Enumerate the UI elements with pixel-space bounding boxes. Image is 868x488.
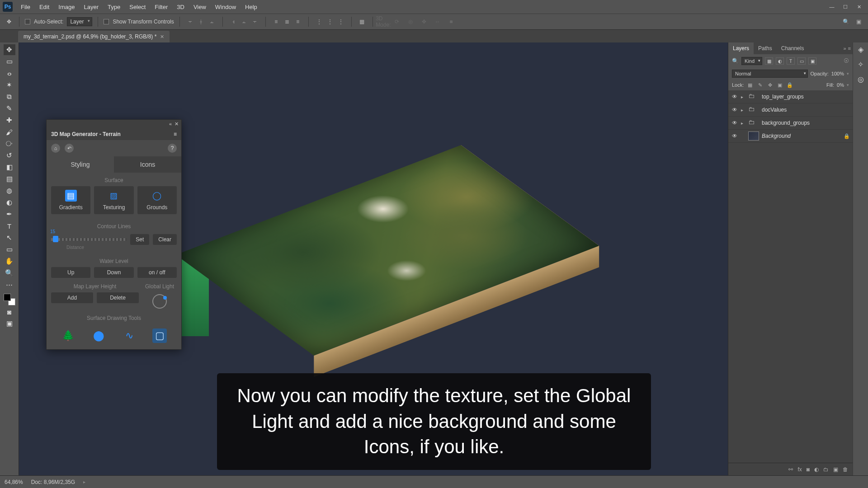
distribute-6-icon[interactable]: ⋮ <box>336 17 346 27</box>
quick-mask-icon[interactable]: ◙ <box>4 306 15 317</box>
distribute-3-icon[interactable]: ≡ <box>293 17 303 27</box>
filter-smart-icon[interactable]: ▣ <box>808 57 816 65</box>
menu-image[interactable]: Image <box>54 4 79 10</box>
contour-slider[interactable]: 15 <box>51 238 127 241</box>
panel-expand-icon[interactable]: » <box>843 46 846 51</box>
hand-tool[interactable]: ✋ <box>4 256 15 267</box>
grounds-button[interactable]: ◯ Grounds <box>137 186 177 214</box>
layer-row[interactable]: 👁 ▸ 🗀 docValues <box>728 103 853 117</box>
back-icon[interactable]: ↶ <box>65 144 74 153</box>
filter-shape-icon[interactable]: ▭ <box>797 57 806 65</box>
shape-tool[interactable]: ▭ <box>4 244 15 255</box>
panel-close-icon[interactable]: ✕ <box>175 121 179 127</box>
filter-toggle-icon[interactable]: ⦿ <box>844 58 849 64</box>
collapsed-panel-2-icon[interactable]: ✧ <box>858 60 863 69</box>
up-button[interactable]: Up <box>51 267 90 278</box>
menu-3d[interactable]: 3D <box>172 4 189 10</box>
eyedropper-tool[interactable]: ✎ <box>4 103 15 114</box>
eraser-tool[interactable]: ◧ <box>4 162 15 173</box>
add-button[interactable]: Add <box>51 292 93 303</box>
distribute-4-icon[interactable]: ⋮ <box>314 17 324 27</box>
delete-button[interactable]: Delete <box>97 292 139 303</box>
home-icon[interactable]: ⌂ <box>51 144 60 153</box>
align-left-icon[interactable]: ⫟ <box>185 17 195 27</box>
menu-filter[interactable]: Filter <box>150 4 172 10</box>
align-top-icon[interactable]: ⫞ <box>228 17 238 27</box>
visibility-icon[interactable]: 👁 <box>731 133 738 139</box>
lock-all-icon[interactable]: 🔒 <box>786 81 793 89</box>
window-maximize[interactable]: ☐ <box>839 2 852 11</box>
layer-row[interactable]: 👁 ▸ Background 🔒 <box>728 130 853 143</box>
pen-tool[interactable]: ✒ <box>4 209 15 220</box>
document-tab[interactable]: my_3d_terrain_2.psd @ 64,9% (bg_holder_3… <box>18 31 170 42</box>
new-layer-icon[interactable]: ▣ <box>833 466 838 473</box>
expand-icon[interactable]: ▸ <box>741 108 745 113</box>
path-brush-icon[interactable]: ∿ <box>122 328 137 343</box>
clear-button[interactable]: Clear <box>153 234 177 245</box>
delete-layer-icon[interactable]: 🗑 <box>843 466 848 473</box>
lock-move-icon[interactable]: ✥ <box>766 81 774 89</box>
lock-pixels-icon[interactable]: ▦ <box>746 81 754 89</box>
lock-position-icon[interactable]: ✎ <box>756 81 764 89</box>
marquee-tool[interactable]: ▭ <box>4 56 15 67</box>
lock-icon[interactable]: 🔒 <box>844 133 850 139</box>
fill-value[interactable]: 0% <box>837 82 844 88</box>
set-button[interactable]: Set <box>130 234 149 245</box>
workspace-icon[interactable]: ▣ <box>854 17 863 27</box>
screen-mode-icon[interactable]: ▣ <box>4 318 15 329</box>
auto-align-icon[interactable]: ▦ <box>357 17 367 27</box>
layer-fx-icon[interactable]: fx <box>797 466 802 473</box>
onoff-button[interactable]: on / off <box>137 267 177 278</box>
blur-tool[interactable]: ◍ <box>4 185 15 196</box>
close-icon[interactable]: ✕ <box>160 34 164 40</box>
window-close[interactable]: ✕ <box>853 2 865 11</box>
zoom-level[interactable]: 64,86% <box>5 479 23 485</box>
help-icon[interactable]: ? <box>168 144 177 153</box>
align-center-h-icon[interactable]: ⟊ <box>196 17 206 27</box>
menu-window[interactable]: Window <box>211 4 241 10</box>
link-layers-icon[interactable]: ⚯ <box>788 466 793 473</box>
window-minimize[interactable]: — <box>826 2 838 11</box>
blend-mode-dropdown[interactable]: Normal <box>732 70 808 78</box>
tab-channels[interactable]: Channels <box>777 42 809 54</box>
crop-tool[interactable]: ⧉ <box>4 91 15 102</box>
adjustment-layer-icon[interactable]: ◐ <box>814 466 819 473</box>
doc-info[interactable]: Doc: 8,96M/2,35G <box>31 479 75 485</box>
lock-artboard-icon[interactable]: ▣ <box>776 81 783 89</box>
layer-row[interactable]: 👁 ▸ 🗀 background_groups <box>728 117 853 130</box>
layer-row[interactable]: 👁 ▸ 🗀 top_layer_groups <box>728 90 853 103</box>
collapsed-panel-1-icon[interactable]: ◈ <box>858 45 863 54</box>
magic-wand-tool[interactable]: ✶ <box>4 80 15 90</box>
type-tool[interactable]: T <box>4 221 15 231</box>
path-select-tool[interactable]: ↖ <box>4 232 15 243</box>
history-brush-tool[interactable]: ↺ <box>4 150 15 161</box>
visibility-icon[interactable]: 👁 <box>731 120 738 126</box>
3d-pan-icon[interactable]: ✥ <box>419 17 429 27</box>
menu-layer[interactable]: Layer <box>80 4 104 10</box>
3d-slide-icon[interactable]: ↔ <box>433 17 443 27</box>
tree-brush-icon[interactable]: 🌲 <box>61 328 75 343</box>
tab-styling[interactable]: Styling <box>47 156 114 173</box>
filter-type-icon[interactable]: T <box>787 57 795 65</box>
show-transform-checkbox[interactable] <box>104 19 109 24</box>
auto-select-checkbox[interactable] <box>25 19 30 24</box>
stamp-tool[interactable]: ⧂ <box>4 138 15 149</box>
area-brush-icon[interactable]: ▢ <box>152 328 167 343</box>
3d-roll-icon[interactable]: ◎ <box>406 17 415 27</box>
3d-zoom-icon[interactable]: ■ <box>446 17 456 27</box>
tab-icons[interactable]: Icons <box>114 156 181 173</box>
align-bottom-icon[interactable]: ⫟ <box>250 17 260 27</box>
panel-menu-icon[interactable]: ≡ <box>174 131 177 137</box>
expand-icon[interactable]: ▸ <box>741 94 745 99</box>
search-icon[interactable]: 🔍 <box>841 17 851 27</box>
gradients-button[interactable]: ▤ Gradients <box>51 186 90 214</box>
collapsed-panel-3-icon[interactable]: ◎ <box>858 75 864 84</box>
menu-file[interactable]: File <box>16 4 35 10</box>
filter-adjust-icon[interactable]: ◐ <box>776 57 784 65</box>
menu-view[interactable]: View <box>189 4 211 10</box>
menu-help[interactable]: Help <box>241 4 262 10</box>
auto-select-dropdown[interactable]: Layer <box>67 17 92 26</box>
move-tool[interactable]: ✥ <box>4 44 15 55</box>
expand-icon[interactable]: ▸ <box>741 121 745 126</box>
color-swatch[interactable] <box>4 294 15 305</box>
